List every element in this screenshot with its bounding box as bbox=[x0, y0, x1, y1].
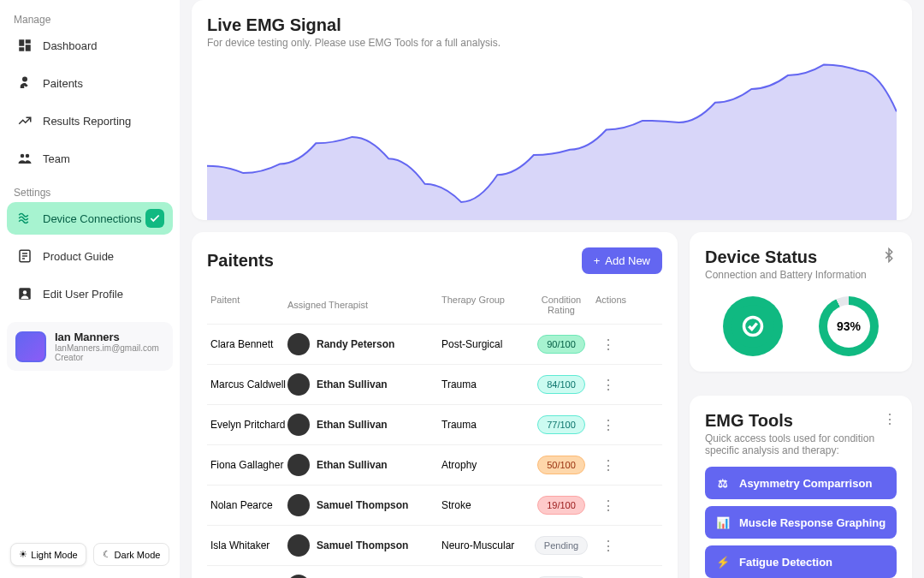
sidebar-item-product-guide[interactable]: Product Guide bbox=[7, 240, 173, 272]
therapy-group: Trauma bbox=[441, 378, 527, 390]
sidebar-item-device-connections[interactable]: Device Connections bbox=[7, 202, 173, 235]
theme-toggle: ☀ Light Mode ☾ Dark Mode bbox=[7, 538, 173, 571]
theme-label: Light Mode bbox=[31, 550, 77, 560]
col-header-therapist: Assigned Therapist bbox=[287, 295, 441, 315]
add-new-button[interactable]: + Add New bbox=[582, 247, 662, 274]
patient-name: Marcus Caldwell bbox=[210, 378, 287, 390]
col-header-rating: Condition Rating bbox=[527, 295, 595, 315]
add-new-label: Add New bbox=[605, 254, 650, 267]
emg-signal-card: Live EMG Signal For device testing only.… bbox=[192, 0, 912, 220]
tool-icon: ⚡ bbox=[715, 554, 731, 569]
condition-rating: Pending bbox=[527, 536, 595, 555]
row-actions-icon[interactable]: ⋮ bbox=[595, 337, 621, 353]
sidebar: Manage Dashboard Paitents Results Report… bbox=[0, 0, 180, 578]
tool-button[interactable]: ⚡Fatigue Detection bbox=[705, 545, 897, 578]
condition-rating: 19/100 bbox=[527, 496, 595, 515]
tool-button[interactable]: 📊Muscle Response Graphing bbox=[705, 506, 897, 539]
sidebar-item-team[interactable]: Team bbox=[7, 142, 173, 175]
table-row[interactable]: Evelyn Pritchard Ethan Sullivan Trauma 7… bbox=[207, 404, 662, 444]
moon-icon: ☾ bbox=[103, 549, 111, 560]
therapist-avatar bbox=[287, 534, 310, 557]
condition-rating: 50/100 bbox=[527, 456, 595, 474]
row-actions-icon[interactable]: ⋮ bbox=[595, 457, 621, 474]
plus-icon: + bbox=[594, 254, 601, 267]
sidebar-item-label: Results Reporting bbox=[43, 115, 131, 128]
table-row[interactable]: Isla Whitaker Samuel Thompson Neuro-Musc… bbox=[207, 525, 662, 565]
emg-chart bbox=[207, 57, 897, 220]
col-header-patient: Paitent bbox=[210, 295, 287, 315]
svg-rect-0 bbox=[19, 39, 24, 46]
patient-name: Evelyn Pritchard bbox=[210, 419, 287, 431]
profile-email: IanManners.im@gmail.com bbox=[55, 343, 159, 353]
patients-card: Paitents + Add New Paitent Assigned Ther… bbox=[192, 232, 678, 578]
tools-title: EMG Tools bbox=[705, 411, 883, 431]
therapist-avatar bbox=[287, 454, 310, 476]
status-subtitle: Connection and Battery Information bbox=[705, 269, 867, 281]
therapist-avatar bbox=[287, 333, 310, 355]
sidebar-item-label: Dashboard bbox=[43, 39, 98, 52]
svg-rect-2 bbox=[26, 45, 31, 51]
therapist-name: Ethan Sullivan bbox=[317, 378, 388, 390]
table-row[interactable]: Nolan Pearce Samuel Thompson Stroke 19/1… bbox=[207, 485, 662, 525]
row-actions-icon[interactable]: ⋮ bbox=[595, 498, 621, 514]
therapy-group: Trauma bbox=[441, 419, 527, 431]
tool-label: Fatigue Detection bbox=[739, 556, 832, 569]
patients-table-body: Clara Bennett Randy Peterson Post-Surgic… bbox=[207, 324, 662, 578]
tool-button[interactable]: ⚖Asymmetry Comparrison bbox=[705, 467, 897, 499]
sidebar-item-patients[interactable]: Paitents bbox=[7, 67, 173, 99]
table-row[interactable]: Fiona Gallagher Ethan Sullivan Atrophy 5… bbox=[207, 444, 662, 485]
patient-name: Isla Whitaker bbox=[210, 539, 287, 551]
dark-mode-button[interactable]: ☾ Dark Mode bbox=[93, 543, 169, 566]
therapist-name: Randy Peterson bbox=[317, 338, 394, 350]
therapist-cell: Samuel Thompson bbox=[287, 575, 441, 578]
svg-point-4 bbox=[22, 77, 27, 82]
table-row[interactable]: Clara Bennett Randy Peterson Post-Surgic… bbox=[207, 324, 662, 364]
therapist-avatar bbox=[287, 494, 310, 516]
battery-ring: 93% bbox=[819, 296, 879, 356]
row-actions-icon[interactable]: ⋮ bbox=[595, 377, 621, 393]
therapy-group: Neuro-Muscular bbox=[441, 539, 527, 551]
tools-list: ⚖Asymmetry Comparrison📊Muscle Response G… bbox=[705, 467, 897, 578]
device-connections-icon bbox=[17, 211, 33, 226]
row-actions-icon[interactable]: ⋮ bbox=[595, 538, 621, 554]
patient-name: Nolan Pearce bbox=[210, 499, 287, 511]
device-status-card: Device Status Connection and Battery Inf… bbox=[690, 232, 912, 372]
sidebar-item-label: Team bbox=[43, 152, 70, 165]
battery-pct: 93% bbox=[827, 305, 870, 348]
section-settings-label: Settings bbox=[7, 183, 173, 202]
sidebar-item-label: Paitents bbox=[43, 77, 83, 90]
therapist-name: Ethan Sullivan bbox=[317, 419, 388, 431]
tool-icon: ⚖ bbox=[715, 475, 731, 491]
sidebar-item-edit-profile[interactable]: Edit User Profile bbox=[7, 277, 173, 310]
therapist-cell: Randy Peterson bbox=[287, 333, 441, 355]
tool-label: Muscle Response Graphing bbox=[739, 516, 886, 529]
therapist-name: Ethan Sullivan bbox=[317, 459, 388, 471]
condition-rating: 84/100 bbox=[527, 375, 595, 394]
sidebar-item-label: Product Guide bbox=[43, 250, 114, 263]
patient-name: Clara Bennett bbox=[210, 338, 287, 350]
tools-more-icon[interactable]: ⋮ bbox=[883, 411, 897, 427]
therapy-group: Atrophy bbox=[441, 459, 527, 471]
therapist-name: Samuel Thompson bbox=[317, 539, 408, 551]
row-actions-icon[interactable]: ⋮ bbox=[595, 417, 621, 433]
therapist-cell: Ethan Sullivan bbox=[287, 373, 441, 396]
therapist-name: Samuel Thompson bbox=[317, 499, 408, 511]
main-content: Live EMG Signal For device testing only.… bbox=[180, 0, 924, 578]
sidebar-item-dashboard[interactable]: Dashboard bbox=[7, 29, 173, 62]
table-row[interactable]: Marcus Caldwell Ethan Sullivan Trauma 84… bbox=[207, 364, 662, 404]
col-header-actions: Actions bbox=[595, 295, 621, 315]
therapist-cell: Ethan Sullivan bbox=[287, 454, 441, 476]
table-header: Paitent Assigned Therapist Therapy Group… bbox=[207, 286, 662, 324]
sidebar-item-results[interactable]: Results Reporting bbox=[7, 104, 173, 137]
therapist-avatar bbox=[287, 575, 310, 578]
section-manage-label: Manage bbox=[7, 10, 173, 29]
therapist-cell: Samuel Thompson bbox=[287, 494, 441, 516]
table-row[interactable]: Leon Graves Samuel Thompson Post-Surgica… bbox=[207, 565, 662, 578]
avatar bbox=[15, 331, 46, 362]
profile-role: Creator bbox=[55, 353, 159, 362]
light-mode-button[interactable]: ☀ Light Mode bbox=[10, 543, 86, 566]
sidebar-item-label: Edit User Profile bbox=[43, 288, 123, 301]
profile-card[interactable]: Ian Manners IanManners.im@gmail.com Crea… bbox=[7, 322, 173, 371]
status-title: Device Status bbox=[705, 247, 867, 267]
user-icon bbox=[17, 286, 33, 301]
